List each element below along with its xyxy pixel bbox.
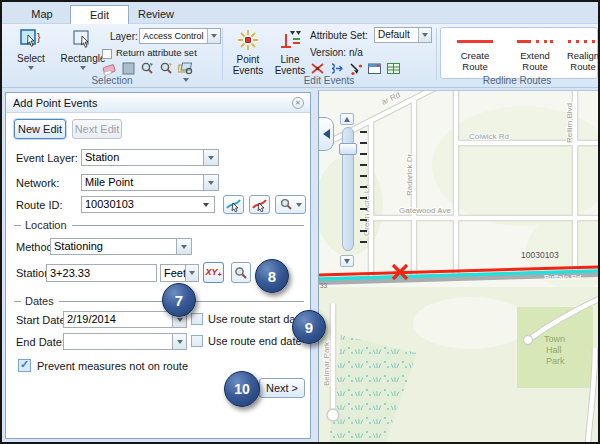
zoom-out-button[interactable]: [340, 255, 354, 267]
realign-route-button[interactable]: Realign Route: [567, 34, 599, 72]
xy-coordinates-button[interactable]: XY: [203, 262, 224, 283]
line-events-button[interactable]: Line Events: [270, 28, 310, 76]
chevron-down-icon: [189, 271, 195, 275]
application-window: Map Edit Review } Select: [0, 0, 600, 444]
point-events-button[interactable]: Point Events: [228, 28, 268, 76]
network-value[interactable]: Mile Point: [81, 174, 204, 191]
callout-8: 8: [255, 259, 289, 293]
method-dropdown-button[interactable]: [177, 238, 192, 255]
zoom-slider-thumb[interactable]: [339, 143, 357, 155]
event-attributes-window-icon[interactable]: [367, 61, 382, 76]
tab-map[interactable]: Map: [20, 5, 64, 24]
chevron-up-icon: [344, 117, 350, 122]
close-icon[interactable]: ✕: [292, 97, 304, 109]
street-label: Colwick Rd: [469, 132, 509, 141]
layer-combobox[interactable]: Access Control: [139, 28, 221, 44]
map-view[interactable]: ar Rd Green Acre Ln Radarick Dr Colwick …: [318, 90, 598, 442]
select-dropdown-caret[interactable]: [28, 66, 34, 70]
extend-route-button[interactable]: Extend Route: [507, 34, 563, 72]
route-id-combobox[interactable]: 10030103: [81, 196, 215, 213]
merge-events-icon[interactable]: [329, 61, 344, 76]
end-date-input[interactable]: [63, 333, 173, 350]
select-label: Select: [17, 53, 45, 64]
attribute-table-icon[interactable]: [386, 61, 401, 76]
create-route-button[interactable]: Create Route: [447, 34, 503, 72]
layer-value: Access Control: [140, 29, 207, 43]
return-attribute-set-checkbox[interactable]: [102, 49, 112, 59]
magnifier-icon: [234, 266, 248, 280]
attribute-set-dropdown-button[interactable]: [418, 28, 431, 42]
next-edit-button[interactable]: Next Edit: [72, 119, 122, 139]
zoom-tick: [360, 153, 367, 155]
group-separator: [222, 28, 223, 80]
next-button[interactable]: Next >: [259, 378, 305, 398]
callout-10: 10: [224, 371, 260, 407]
units-value[interactable]: Feet: [160, 264, 185, 282]
start-date-input[interactable]: 2/19/2014: [63, 311, 173, 328]
redline-routes-group-label: Redline Routes: [436, 75, 598, 86]
end-date-dropdown-button[interactable]: [173, 333, 187, 350]
zoom-to-selected-icon[interactable]: [140, 61, 155, 76]
zoom-tick: [360, 208, 367, 210]
collapse-panel-button[interactable]: [319, 117, 334, 151]
tab-review[interactable]: Review: [133, 5, 179, 24]
route-id-label: Route ID:: [16, 199, 62, 211]
park-label: Hall: [546, 345, 562, 355]
zoom-tick: [360, 131, 367, 133]
select-button[interactable]: } Select: [8, 28, 54, 70]
xy-icon: XY: [205, 267, 221, 279]
zoom-tick: [360, 219, 367, 221]
street-label: Buffalo Rd: [544, 273, 581, 282]
line-events-icon: [278, 28, 302, 54]
route-search-dropdown-button[interactable]: [275, 195, 306, 214]
station-search-button[interactable]: [231, 262, 251, 283]
method-value[interactable]: Stationing: [50, 238, 177, 255]
clear-selection-icon[interactable]: [121, 61, 136, 76]
chevron-down-icon: [208, 156, 214, 160]
end-date-label: End Date:: [16, 336, 65, 348]
chevron-down-icon: [422, 33, 428, 37]
use-route-start-date-checkbox[interactable]: [191, 313, 203, 325]
network-dropdown-button[interactable]: [204, 174, 219, 191]
select-route-on-map-button[interactable]: [223, 195, 244, 214]
zoom-tick: [360, 241, 367, 243]
street-label: Radarick Dr: [405, 153, 414, 196]
callout-7: 7: [162, 283, 196, 317]
prevent-measures-checkbox[interactable]: [18, 359, 31, 372]
pan-to-selected-icon[interactable]: [159, 61, 174, 76]
redline-routes-card: Create Route Extend Route Realign Route: [440, 27, 598, 79]
point-events-label: Point Events: [228, 54, 268, 76]
edit-events-group-label: Edit Events: [222, 75, 436, 86]
attribute-set-combobox[interactable]: Default: [374, 27, 432, 43]
magnifier-icon: [280, 198, 293, 211]
split-event-icon[interactable]: [310, 61, 325, 76]
location-legend: Location: [14, 219, 304, 231]
route-id-caret[interactable]: [203, 203, 209, 207]
callout-9: 9: [292, 310, 326, 344]
event-layer-label: Event Layer:: [16, 152, 78, 164]
select-tool-icon: }: [19, 28, 43, 53]
zoom-in-button[interactable]: [340, 113, 354, 125]
start-date-label: Start Date:: [16, 314, 69, 326]
new-edit-button[interactable]: New Edit: [14, 119, 66, 139]
units-dropdown-button[interactable]: [185, 264, 199, 282]
zoom-tick: [360, 197, 367, 199]
use-route-end-date-checkbox[interactable]: [191, 335, 203, 347]
zoom-tick: [360, 175, 367, 177]
selectable-layers-icon[interactable]: [178, 61, 193, 76]
rectangle-dropdown-caret[interactable]: [80, 66, 86, 70]
attribute-set-label: Attribute Set:: [310, 30, 368, 41]
snap-event-icon[interactable]: [348, 61, 363, 76]
use-route-start-date-label: Use route start date: [208, 313, 305, 325]
tab-edit[interactable]: Edit: [70, 5, 129, 24]
svg-text:}: }: [37, 32, 41, 43]
zoom-tick: [360, 186, 367, 188]
station-input[interactable]: 3+23.33: [46, 264, 157, 282]
event-layer-value[interactable]: Station: [81, 149, 204, 166]
rectangle-tool-icon: [71, 28, 95, 53]
eraser-icon[interactable]: [102, 61, 117, 76]
clear-route-selection-button[interactable]: [249, 195, 270, 214]
event-layer-dropdown-button[interactable]: [204, 149, 219, 166]
layer-dropdown-button[interactable]: [207, 29, 220, 43]
zoom-tick: [360, 164, 367, 166]
